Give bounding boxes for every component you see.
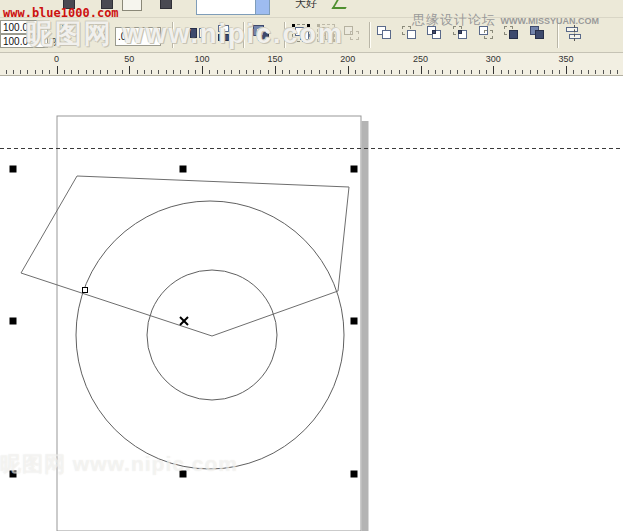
standard-toolbar: 大好 [0, 0, 623, 18]
divider [557, 22, 559, 48]
print-icon[interactable] [101, 0, 113, 9]
trim-button[interactable] [401, 24, 421, 44]
scale-horizontal-input[interactable] [0, 20, 48, 34]
rotation-angle-input[interactable] [115, 27, 161, 46]
chevron-down-icon[interactable] [255, 0, 269, 14]
lock-ratio-button[interactable] [61, 21, 74, 34]
selection-handle[interactable] [10, 166, 17, 173]
group-button[interactable] [292, 24, 312, 44]
front-minus-back-button[interactable] [478, 24, 498, 44]
selection-handle[interactable] [10, 318, 17, 325]
selection-handle[interactable] [180, 166, 187, 173]
snap-icon[interactable] [332, 0, 353, 9]
property-bar: % ↺ [0, 18, 623, 53]
align-distribute-button[interactable] [564, 24, 584, 44]
mirror-horizontal-button[interactable] [189, 24, 209, 44]
divider [172, 22, 174, 48]
convert-to-curves-button[interactable] [252, 24, 272, 44]
rotation-angle-icon: ↺ [97, 24, 110, 39]
mirror-vertical-button[interactable] [214, 24, 234, 44]
toolbar-cutoff-label: 大好 [295, 0, 317, 8]
save-icon[interactable] [63, 0, 75, 9]
export-icon[interactable] [160, 0, 172, 9]
selection-handle[interactable] [351, 471, 358, 478]
selection-handle[interactable] [351, 166, 358, 173]
page-shadow [362, 121, 369, 531]
ungroup-all-button[interactable] [342, 24, 362, 44]
percent-label: % [52, 36, 62, 48]
drawing-canvas[interactable] [0, 0, 623, 531]
import-icon[interactable] [122, 0, 142, 11]
toolbars: 大好 % ↺ [0, 0, 623, 76]
simplify-button[interactable] [452, 24, 472, 44]
zoom-level-combo[interactable] [196, 0, 270, 15]
selection-handle[interactable] [351, 318, 358, 325]
divider [243, 22, 245, 48]
combine-button[interactable] [529, 24, 549, 44]
weld-button[interactable] [376, 24, 396, 44]
scale-vertical-input[interactable] [0, 34, 48, 48]
selection-handle[interactable] [10, 471, 17, 478]
curve-start-node[interactable] [83, 288, 88, 293]
coreldraw-window: 大好 % ↺ [0, 0, 623, 531]
horizontal-ruler[interactable]: 050100150200250300350 [0, 53, 623, 76]
intersect-button[interactable] [426, 24, 446, 44]
selection-handle[interactable] [180, 471, 187, 478]
ungroup-button[interactable] [317, 24, 337, 44]
divider [284, 22, 286, 48]
divider [369, 22, 371, 48]
back-minus-front-button[interactable] [503, 24, 523, 44]
